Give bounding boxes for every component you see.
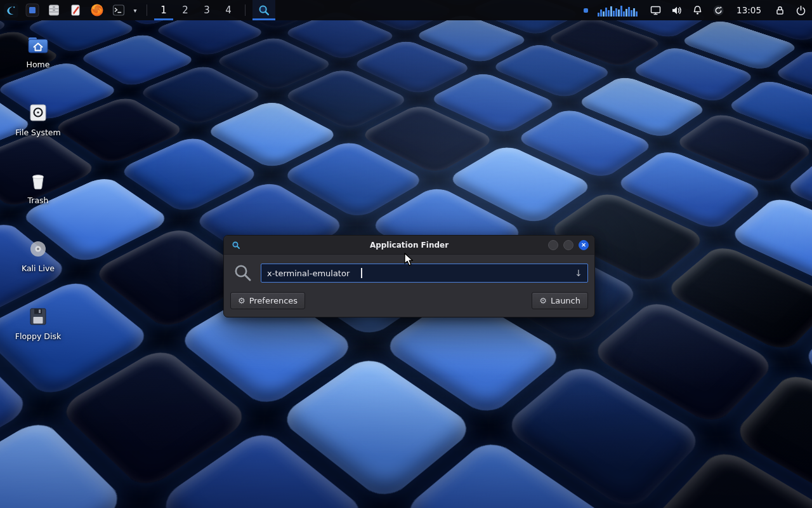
workspace-label: 4: [225, 4, 232, 16]
refresh-icon: [712, 4, 724, 17]
window-buttons: ✕: [548, 240, 589, 250]
search-icon: [233, 263, 253, 283]
lock-screen-button[interactable]: [773, 4, 786, 17]
panel-right-group: 13:05: [584, 0, 807, 20]
workspace-label: 1: [160, 4, 167, 16]
trash-icon: [25, 169, 51, 193]
preferences-button-label: Preferences: [249, 296, 298, 305]
text-caret: [361, 268, 362, 278]
taskbar-application-finder[interactable]: [252, 0, 275, 20]
desktop-icon-label: Kali Live: [11, 264, 65, 273]
top-panel: ▾ 1 2 3 4: [0, 0, 812, 20]
terminal-launcher[interactable]: [109, 0, 128, 20]
clock-text: 13:05: [737, 5, 761, 15]
workspace-button-3[interactable]: 3: [197, 0, 216, 20]
display-icon: [650, 4, 662, 17]
disc-icon: [25, 237, 51, 261]
panel-separator: [147, 4, 147, 16]
notifications-tray-button[interactable]: [691, 4, 704, 17]
floppy-disk-icon: [25, 305, 51, 329]
gear-icon: ⚙: [238, 297, 246, 305]
dialog-button-row: ⚙ Preferences ⚙ Launch: [224, 288, 594, 317]
workspace-button-2[interactable]: 2: [176, 0, 195, 20]
desktop-icon-floppy-disk[interactable]: Floppy Disk: [11, 305, 65, 341]
firefox-icon: [89, 3, 105, 18]
speaker-icon: [671, 4, 683, 17]
clock[interactable]: 13:05: [733, 4, 765, 16]
power-icon: [795, 4, 807, 17]
terminal-dropdown-chevron[interactable]: ▾: [131, 0, 140, 20]
file-system-drive-icon: [25, 101, 51, 125]
chevron-down-icon: ▾: [133, 7, 136, 14]
dialog-titlebar[interactable]: Application Finder ✕: [224, 236, 594, 255]
desktop-icon-kali-live[interactable]: Kali Live: [11, 237, 65, 273]
updates-tray-button[interactable]: [712, 4, 724, 17]
workspace-button-4[interactable]: 4: [219, 0, 238, 20]
preferences-button[interactable]: ⚙ Preferences: [230, 292, 305, 309]
search-input-wrapper: ↓: [261, 264, 588, 283]
workspace-label: 2: [182, 4, 188, 16]
firefox-launcher[interactable]: [88, 0, 107, 20]
launch-icon: ⚙: [539, 297, 547, 305]
home-folder-icon: [25, 33, 51, 57]
desktop-icon-label: File System: [11, 128, 65, 137]
status-indicator-dot: [584, 8, 588, 13]
application-finder-dialog: Application Finder ✕ ↓ ⚙ Preferences ⚙ L…: [223, 235, 595, 318]
launch-button-label: Launch: [551, 296, 580, 305]
search-input[interactable]: [261, 264, 588, 283]
workspace-button-1[interactable]: 1: [154, 0, 173, 20]
workspace-label: 3: [204, 4, 210, 16]
file-manager-icon: [46, 3, 62, 18]
kali-logo-icon: [3, 3, 19, 18]
volume-tray-button[interactable]: [670, 4, 683, 17]
display-settings-tray-button[interactable]: [649, 4, 662, 17]
window-manager-launcher[interactable]: [23, 0, 42, 20]
desktop-icon-trash[interactable]: Trash: [11, 169, 65, 205]
panel-separator: [245, 4, 246, 16]
application-finder-icon: [231, 240, 241, 250]
logout-button[interactable]: [794, 4, 807, 17]
maximize-button[interactable]: [563, 240, 573, 250]
close-button[interactable]: ✕: [579, 240, 589, 250]
system-monitor-graph[interactable]: [596, 4, 641, 17]
window-manager-icon: [25, 3, 40, 18]
dropdown-arrow-icon[interactable]: ↓: [575, 268, 582, 278]
desktop-icon-home[interactable]: Home: [11, 33, 65, 69]
search-row: ↓: [224, 255, 594, 288]
file-manager-launcher[interactable]: [44, 0, 63, 20]
terminal-icon: [111, 3, 126, 18]
desktop-icon-label: Home: [11, 60, 65, 69]
lock-icon: [774, 4, 786, 17]
panel-left-group: ▾ 1 2 3 4: [1, 0, 275, 20]
text-editor-icon: [68, 3, 83, 18]
application-finder-icon: [257, 3, 271, 17]
desktop-icon-label: Trash: [11, 196, 65, 205]
text-editor-launcher[interactable]: [66, 0, 85, 20]
cpu-graph-icon: [598, 4, 639, 17]
bell-icon: [691, 4, 704, 17]
kali-menu-button[interactable]: [1, 0, 20, 20]
dialog-title: Application Finder: [224, 236, 594, 254]
minimize-button[interactable]: [548, 240, 558, 250]
close-icon: ✕: [581, 243, 586, 248]
desktop-icon-file-system[interactable]: File System: [11, 101, 65, 137]
launch-button[interactable]: ⚙ Launch: [532, 292, 588, 309]
desktop-icon-label: Floppy Disk: [11, 331, 65, 341]
